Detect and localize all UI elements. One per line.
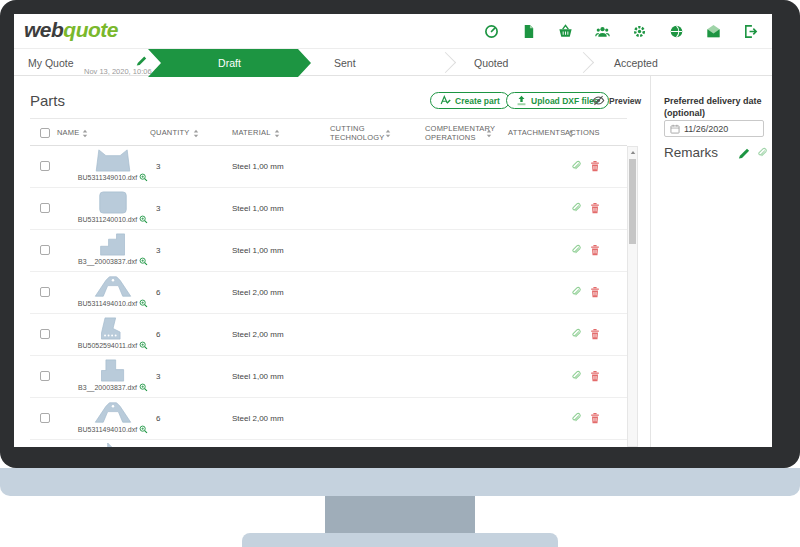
- app-screen: webquote My Quote Nov 13, 2020, 10:06 AM…: [14, 14, 772, 447]
- delete-part-icon[interactable]: [589, 202, 601, 214]
- col-quantity[interactable]: QUANTITY: [150, 119, 199, 147]
- part-material: Steel 1,00 mm: [232, 162, 284, 171]
- attach-file-icon[interactable]: [570, 202, 582, 214]
- attach-file-icon[interactable]: [570, 412, 582, 424]
- row-checkbox[interactable]: [40, 413, 50, 423]
- logout-icon[interactable]: [743, 24, 758, 39]
- zoom-part-icon[interactable]: [139, 215, 148, 224]
- attach-file-icon[interactable]: [570, 244, 582, 256]
- zoom-part-icon[interactable]: [139, 383, 148, 392]
- monitor-chin: [0, 468, 800, 496]
- zoom-part-icon[interactable]: [139, 341, 148, 350]
- monitor-stand-base: [242, 533, 558, 547]
- part-thumbnail: [93, 359, 133, 382]
- attach-file-icon[interactable]: [570, 160, 582, 172]
- pen-icon: [440, 95, 451, 106]
- part-name-cell: B3__20003837.dxf: [57, 233, 169, 266]
- delivery-date-label: Preferred delivery date (optional): [664, 96, 764, 119]
- row-actions: [570, 244, 601, 256]
- delete-part-icon[interactable]: [589, 160, 601, 172]
- attach-file-icon[interactable]: [570, 286, 582, 298]
- part-quantity: 6: [156, 414, 160, 423]
- delivery-date-input[interactable]: 11/26/2020: [664, 120, 764, 137]
- basket-icon[interactable]: [558, 24, 573, 39]
- part-quantity: 3: [156, 246, 160, 255]
- scrollbar-up-icon[interactable]: [628, 147, 637, 157]
- part-thumbnail: [93, 275, 133, 298]
- step-quoted[interactable]: Quoted: [474, 57, 508, 69]
- step-sent[interactable]: Sent: [334, 57, 356, 69]
- row-checkbox[interactable]: [40, 329, 50, 339]
- header-icon-bar: [484, 24, 758, 39]
- attach-file-icon[interactable]: [570, 328, 582, 340]
- monitor-mockup: webquote My Quote Nov 13, 2020, 10:06 AM…: [0, 0, 800, 547]
- sort-icon[interactable]: [193, 129, 199, 138]
- table-row: BU5311494010.dxf 6 Steel 2,00 mm: [30, 272, 627, 314]
- part-filename: BU5311494010.dxf: [78, 300, 137, 307]
- settings-icon[interactable]: [632, 24, 647, 39]
- delete-part-icon[interactable]: [589, 370, 601, 382]
- delete-part-icon[interactable]: [589, 328, 601, 340]
- col-actions: ACTIONS: [565, 119, 600, 147]
- row-checkbox[interactable]: [40, 371, 50, 381]
- preview-toggle[interactable]: Preview: [592, 94, 641, 107]
- table-scrollbar[interactable]: [627, 146, 638, 447]
- part-material: Steel 2,00 mm: [232, 330, 284, 339]
- step-draft[interactable]: Draft: [148, 49, 311, 77]
- table-row: BU5311494010.dxf 6 Steel 2,00 mm: [30, 398, 627, 440]
- col-cutting-technology[interactable]: CUTTING TECHNOLOGY: [330, 119, 408, 147]
- col-complementary-operations[interactable]: COMPLEMENTARY OPERATIONS: [425, 119, 503, 147]
- zoom-part-icon[interactable]: [139, 425, 148, 434]
- part-name-cell: [57, 443, 169, 447]
- row-actions: [570, 412, 601, 424]
- attach-file-icon[interactable]: [570, 370, 582, 382]
- part-name-cell: B3__20003837.dxf: [57, 359, 169, 392]
- delete-part-icon[interactable]: [589, 244, 601, 256]
- app-logo: webquote: [24, 18, 118, 42]
- parts-table-header: NAME QUANTITY MATERIAL CUTTING TECHNOLOG…: [30, 118, 627, 146]
- panel-divider: [650, 76, 651, 447]
- create-part-button[interactable]: Create part: [430, 92, 510, 109]
- part-filename: BU5052594011.dxf: [78, 342, 137, 349]
- edit-quote-icon[interactable]: [136, 55, 147, 66]
- row-checkbox[interactable]: [40, 203, 50, 213]
- col-material[interactable]: MATERIAL: [232, 119, 280, 147]
- select-all-checkbox[interactable]: [40, 128, 50, 138]
- col-name[interactable]: NAME: [57, 119, 88, 147]
- sort-icon[interactable]: [274, 129, 280, 138]
- edit-remarks-icon[interactable]: [738, 147, 750, 159]
- users-icon[interactable]: [595, 24, 610, 39]
- stepper-my-quote[interactable]: My Quote: [28, 57, 74, 69]
- sort-icon[interactable]: [385, 129, 391, 138]
- attach-remarks-icon[interactable]: [756, 147, 768, 159]
- table-row: BU5052594011.dxf 6 Steel 2,00 mm: [30, 314, 627, 356]
- sort-icon[interactable]: [486, 129, 492, 138]
- mail-icon[interactable]: [706, 24, 721, 39]
- part-thumbnail: [93, 233, 133, 256]
- zoom-part-icon[interactable]: [139, 173, 148, 182]
- zoom-part-icon[interactable]: [139, 299, 148, 308]
- row-checkbox[interactable]: [40, 245, 50, 255]
- delete-part-icon[interactable]: [589, 412, 601, 424]
- remarks-section: Remarks: [664, 145, 768, 160]
- row-checkbox[interactable]: [40, 287, 50, 297]
- part-material: Steel 1,00 mm: [232, 204, 284, 213]
- parts-title: Parts: [30, 92, 65, 109]
- globe-icon[interactable]: [669, 24, 684, 39]
- part-material: Steel 1,00 mm: [232, 246, 284, 255]
- row-actions: [570, 370, 601, 382]
- part-quantity: 3: [156, 204, 160, 213]
- row-actions: [570, 202, 601, 214]
- scrollbar-thumb[interactable]: [629, 159, 636, 244]
- zoom-part-icon[interactable]: [139, 257, 148, 266]
- sort-icon[interactable]: [82, 129, 88, 138]
- part-thumbnail: [93, 443, 133, 447]
- row-actions: [570, 286, 601, 298]
- document-icon[interactable]: [521, 24, 536, 39]
- dashboard-icon[interactable]: [484, 24, 499, 39]
- part-material: Steel 2,00 mm: [232, 288, 284, 297]
- step-accepted[interactable]: Accepted: [614, 57, 658, 69]
- part-thumbnail: [93, 191, 133, 214]
- row-checkbox[interactable]: [40, 161, 50, 171]
- delete-part-icon[interactable]: [589, 286, 601, 298]
